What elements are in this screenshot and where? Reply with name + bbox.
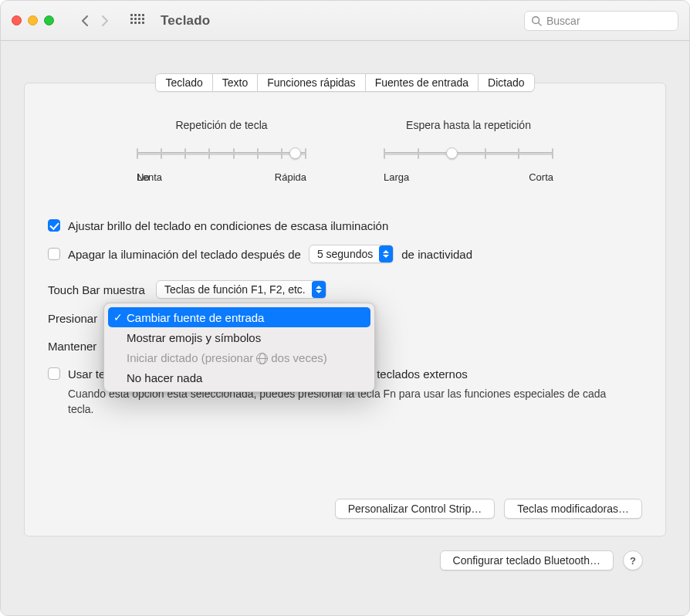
check-icon: ✓ (113, 311, 123, 323)
tab-texto[interactable]: Texto (213, 74, 258, 91)
search-placeholder: Buscar (546, 15, 580, 27)
updown-icon (312, 281, 326, 298)
minimize-window-button[interactable] (28, 15, 38, 25)
turn-off-backlight-checkbox[interactable] (48, 248, 60, 260)
show-all-button[interactable] (128, 12, 147, 30)
titlebar: Teclado Buscar (1, 1, 689, 41)
touchbar-select[interactable]: Teclas de función F1, F2, etc. (156, 280, 326, 299)
menu-item-start-dictation: Iniciar dictado (presionar dos veces) (108, 347, 370, 367)
customize-control-strip-button[interactable]: Personalizar Control Strip… (335, 499, 496, 519)
hold-fn-label: Mantener (48, 340, 96, 353)
auto-brightness-checkbox[interactable] (48, 219, 60, 232)
turn-off-delay-select[interactable]: 5 segundos (309, 245, 394, 263)
forward-button[interactable] (96, 12, 114, 30)
globe-icon (256, 353, 268, 364)
preferences-window: Teclado Buscar Teclado Texto Funciones r… (0, 0, 690, 616)
auto-brightness-label: Ajustar brillo del teclado en condicione… (68, 219, 388, 232)
bluetooth-keyboard-button[interactable]: Configurar teclado Bluetooth… (440, 550, 614, 570)
menu-item-do-nothing[interactable]: No hacer nada (108, 367, 370, 388)
search-icon (531, 15, 542, 26)
help-button[interactable]: ? (623, 550, 643, 570)
delay-slider[interactable] (384, 145, 553, 161)
key-repeat-slider[interactable] (137, 145, 306, 161)
back-button[interactable] (76, 12, 94, 30)
press-fn-label: Presionar (48, 312, 97, 325)
key-repeat-label: Repetición de tecla (137, 119, 306, 131)
tab-funciones-rapidas[interactable]: Funciones rápidas (258, 74, 365, 91)
tab-teclado[interactable]: Teclado (156, 74, 212, 91)
modifier-keys-button[interactable]: Teclas modificadoras… (504, 499, 642, 519)
tab-fuentes-de-entrada[interactable]: Fuentes de entrada (366, 74, 479, 91)
turn-off-label-after: de inactividad (401, 248, 472, 261)
search-field[interactable]: Buscar (524, 11, 678, 31)
tab-dictado[interactable]: Dictado (479, 74, 533, 91)
press-fn-menu[interactable]: ✓ Cambiar fuente de entrada Mostrar emoj… (103, 303, 375, 392)
close-window-button[interactable] (12, 15, 22, 25)
window-controls (12, 15, 54, 25)
delay-group: Espera hasta la repetición Larga Corta (384, 119, 553, 183)
settings-panel: Repetición de tecla No Lenta Rápida Espe… (24, 83, 666, 536)
tab-bar: Teclado Texto Funciones rápidas Fuentes … (24, 73, 666, 92)
menu-item-show-emoji[interactable]: Mostrar emojis y símbolos (108, 327, 370, 347)
delay-label: Espera hasta la repetición (384, 119, 553, 131)
key-repeat-group: Repetición de tecla No Lenta Rápida (137, 119, 306, 183)
window-title: Teclado (161, 13, 210, 29)
svg-line-1 (539, 22, 542, 25)
menu-item-change-input-source[interactable]: ✓ Cambiar fuente de entrada (108, 307, 370, 327)
grid-icon (130, 14, 144, 28)
turn-off-label-before: Apagar la iluminación del teclado despué… (68, 248, 301, 261)
use-fn-checkbox[interactable] (48, 367, 60, 380)
updown-icon (379, 245, 393, 262)
zoom-window-button[interactable] (44, 15, 54, 25)
touchbar-label: Touch Bar muestra (48, 283, 145, 296)
